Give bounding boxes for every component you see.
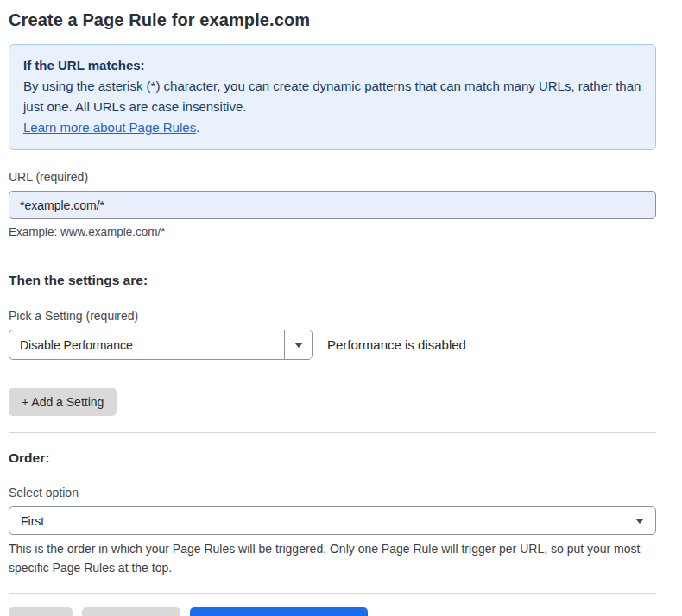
setting-row: Disable Performance Performance is disab… (9, 330, 656, 360)
url-input[interactable] (9, 191, 656, 219)
chevron-down-icon (635, 519, 644, 524)
footer-actions: Cancel Save as Draft Save and Deploy Pag… (9, 607, 656, 616)
url-label: URL (required) (9, 170, 656, 184)
url-example-hint: Example: www.example.com/* (9, 225, 656, 238)
order-select-value: First (21, 514, 44, 528)
chevron-down-icon (294, 343, 303, 348)
setting-select-arrow-button[interactable] (284, 330, 312, 359)
order-section-heading: Order: (9, 450, 656, 466)
url-match-info-box: If the URL matches: By using the asteris… (9, 44, 656, 150)
save-and-deploy-button[interactable]: Save and Deploy Page Rule (190, 607, 368, 616)
divider (9, 255, 656, 255)
page-title: Create a Page Rule for example.com (9, 10, 656, 30)
order-select-label: Select option (9, 486, 656, 500)
add-setting-button[interactable]: + Add a Setting (9, 388, 117, 416)
create-page-rule-page: Create a Page Rule for example.com If th… (0, 0, 682, 616)
link-suffix: . (196, 120, 199, 135)
info-box-body: By using the asterisk (*) character, you… (23, 76, 641, 117)
save-as-draft-button[interactable]: Save as Draft (82, 607, 181, 616)
cancel-button[interactable]: Cancel (9, 607, 73, 616)
setting-select-value: Disable Performance (9, 330, 284, 359)
setting-select[interactable]: Disable Performance (9, 330, 313, 360)
divider (9, 432, 656, 433)
info-box-link-line: Learn more about Page Rules. (23, 117, 641, 138)
learn-more-link[interactable]: Learn more about Page Rules (23, 120, 196, 135)
setting-status-text: Performance is disabled (327, 337, 466, 352)
order-help-text: This is the order in which your Page Rul… (9, 540, 652, 577)
settings-section-heading: Then the settings are: (9, 273, 656, 288)
info-box-heading: If the URL matches: (23, 55, 641, 76)
order-select[interactable]: First (9, 506, 656, 535)
pick-setting-label: Pick a Setting (required) (9, 309, 656, 323)
divider (9, 593, 656, 594)
